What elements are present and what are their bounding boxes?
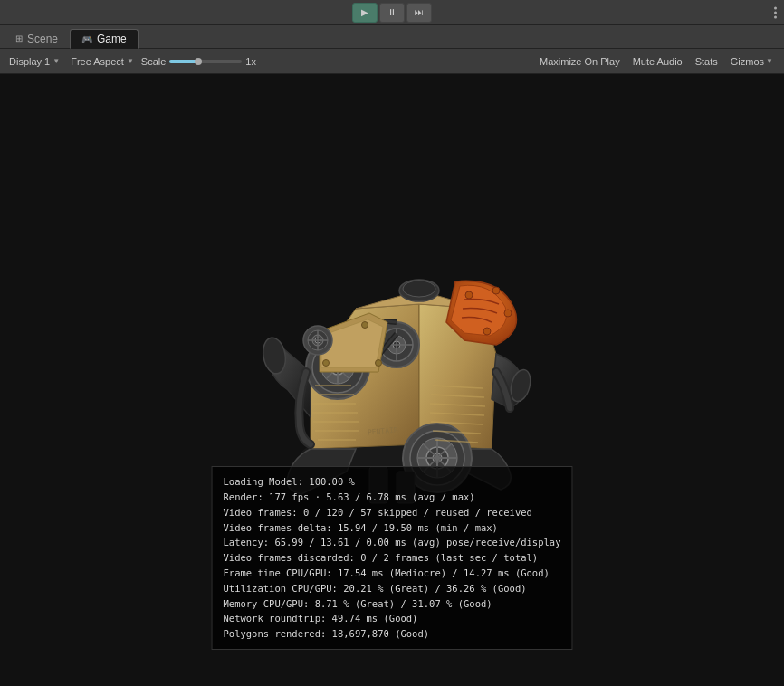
stat-line-11: Polygons rendered: 18,697,870 (Good) bbox=[224, 626, 561, 642]
gizmos-label: Gizmos bbox=[731, 56, 764, 67]
svg-point-34 bbox=[323, 360, 330, 367]
options-bar: Display 1 ▼ Free Aspect ▼ Scale 1x Maxim… bbox=[0, 49, 784, 74]
mute-audio-button[interactable]: Mute Audio bbox=[627, 52, 688, 71]
display-chevron-icon: ▼ bbox=[53, 57, 60, 65]
stat-line-5: Latency: 65.99 / 13.61 / 0.00 ms (avg) p… bbox=[224, 535, 561, 550]
top-toolbar: ▶ ⏸ ⏭ bbox=[0, 0, 784, 25]
tab-scene-label: Scene bbox=[27, 33, 58, 45]
stat-line-10: Network roundtrip: 49.74 ms (Good) bbox=[224, 611, 561, 626]
scene-icon: ⊞ bbox=[15, 33, 23, 43]
stat-line-3: Video frames: 0 / 120 / 57 skipped / reu… bbox=[224, 505, 561, 520]
svg-point-33 bbox=[376, 360, 382, 367]
stat-line-8: Utilization CPU/GPU: 20.21 % (Great) / 3… bbox=[224, 581, 561, 596]
game-view[interactable]: PENTAIR bbox=[0, 74, 784, 686]
play-controls: ▶ ⏸ ⏭ bbox=[352, 3, 432, 23]
step-icon: ⏭ bbox=[415, 7, 424, 17]
display-dropdown[interactable]: Display 1 ▼ bbox=[5, 52, 63, 71]
pause-icon: ⏸ bbox=[387, 7, 397, 17]
svg-point-32 bbox=[362, 322, 368, 329]
aspect-label: Free Aspect bbox=[71, 56, 124, 67]
svg-point-27 bbox=[492, 287, 500, 294]
svg-point-28 bbox=[504, 310, 512, 317]
scale-slider-thumb bbox=[195, 58, 202, 65]
aspect-chevron-icon: ▼ bbox=[127, 57, 134, 65]
stat-line-1: Loading Model: 100.00 % bbox=[224, 474, 561, 490]
stats-button[interactable]: Stats bbox=[690, 52, 723, 71]
options-right: Maximize On Play Mute Audio Stats Gizmos… bbox=[534, 52, 779, 71]
maximize-label: Maximize On Play bbox=[540, 56, 620, 67]
display-label: Display 1 bbox=[9, 56, 50, 67]
game-icon: 🎮 bbox=[81, 34, 92, 44]
stat-line-4: Video frames delta: 15.94 / 19.50 ms (mi… bbox=[224, 520, 561, 536]
scale-container: Scale 1x bbox=[141, 56, 256, 67]
gizmos-dropdown[interactable]: Gizmos ▼ bbox=[725, 52, 779, 71]
stat-line-9: Memory CPU/GPU: 8.71 % (Great) / 31.07 %… bbox=[224, 596, 561, 612]
scale-value: 1x bbox=[245, 56, 256, 67]
play-button[interactable]: ▶ bbox=[352, 3, 378, 23]
gizmos-chevron-icon: ▼ bbox=[766, 57, 773, 65]
step-button[interactable]: ⏭ bbox=[406, 3, 432, 23]
maximize-button[interactable]: Maximize On Play bbox=[534, 52, 626, 71]
scale-slider[interactable] bbox=[169, 60, 242, 63]
svg-point-26 bbox=[465, 291, 473, 299]
stat-line-2: Render: 177 fps · 5.63 / 6.78 ms (avg / … bbox=[224, 490, 561, 505]
more-options-button[interactable] bbox=[774, 6, 777, 18]
play-icon: ▶ bbox=[361, 7, 368, 17]
stats-overlay: Loading Model: 100.00 % Render: 177 fps … bbox=[212, 466, 573, 650]
svg-point-29 bbox=[483, 328, 491, 335]
tab-scene[interactable]: ⊞ Scene bbox=[4, 28, 70, 48]
stat-line-6: Video frames discarded: 0 / 2 frames (la… bbox=[224, 550, 561, 566]
tab-game-label: Game bbox=[97, 33, 127, 45]
aspect-dropdown[interactable]: Free Aspect ▼ bbox=[67, 52, 138, 71]
mute-label: Mute Audio bbox=[633, 56, 683, 67]
pause-button[interactable]: ⏸ bbox=[379, 3, 405, 23]
scale-label: Scale bbox=[141, 56, 167, 67]
tab-bar: ⊞ Scene 🎮 Game bbox=[0, 25, 784, 49]
tab-game[interactable]: 🎮 Game bbox=[70, 29, 139, 49]
stats-label: Stats bbox=[695, 56, 718, 67]
svg-point-38 bbox=[403, 281, 435, 297]
stat-line-7: Frame time CPU/GPU: 17.54 ms (Mediocre) … bbox=[224, 566, 561, 581]
